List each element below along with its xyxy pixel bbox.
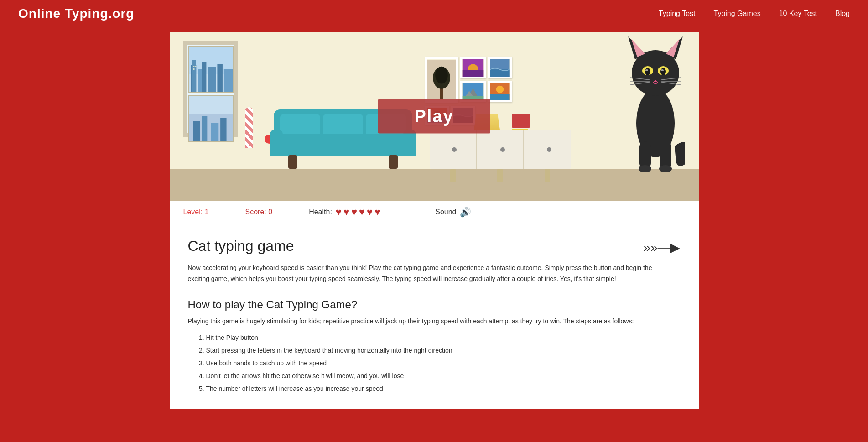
svg-rect-17 (220, 118, 226, 141)
svg-point-61 (659, 165, 672, 172)
header: Online Typing.org Typing Test Typing Gam… (0, 0, 868, 27)
health-section: Health: ♥ ♥ ♥ ♥ ♥ ♥ (309, 206, 380, 218)
svg-rect-58 (639, 141, 651, 169)
score-display: Score: 0 (245, 208, 273, 216)
knob-2 (500, 147, 505, 152)
books-decor (512, 114, 530, 132)
tv-stand-top (430, 130, 571, 169)
picture-sunset (460, 57, 486, 78)
svg-rect-5 (202, 62, 206, 92)
svg-point-50 (661, 69, 664, 71)
heart-5: ♥ (367, 206, 373, 218)
page-title: Cat typing game (188, 238, 294, 255)
divider-2 (523, 130, 524, 169)
knob-1 (452, 147, 457, 152)
window-pane-bottom (188, 95, 234, 142)
sofa-arm-right (403, 130, 416, 156)
picture-tree (425, 57, 458, 103)
nav-blog[interactable]: Blog (835, 10, 850, 18)
svg-point-21 (435, 67, 448, 84)
health-label: Health: (309, 208, 332, 216)
sofa-arm-left (270, 130, 283, 156)
sound-icon[interactable]: 🔊 (460, 207, 471, 218)
level-display: Level: 1 (183, 208, 209, 216)
content-area: Cat typing game »»—▶ Now accelerating yo… (170, 224, 699, 409)
svg-rect-9 (193, 66, 194, 67)
book-stack (512, 114, 530, 128)
step-3: Use both hands to catch up with the spee… (206, 357, 681, 369)
tv-stand (430, 130, 571, 169)
sound-section: Sound 🔊 (435, 207, 471, 218)
svg-rect-7 (217, 64, 223, 92)
window (183, 41, 238, 137)
step-5: The number of letters will increase as y… (206, 382, 681, 395)
svg-point-60 (639, 165, 651, 172)
hearts-display: ♥ ♥ ♥ ♥ ♥ ♥ (336, 206, 380, 218)
leg-1 (450, 169, 456, 182)
divider-1 (476, 130, 477, 169)
steps-list: Hit the Play button Start pressing the l… (206, 331, 681, 395)
logo[interactable]: Online Typing.org (18, 6, 134, 21)
svg-rect-8 (223, 69, 232, 92)
play-button[interactable]: Play (378, 99, 490, 134)
heart-2: ♥ (343, 206, 349, 218)
how-to-title: How to play the Cat Typing Game? (188, 298, 681, 311)
sofa-seat (270, 134, 416, 156)
nav-10-key-test[interactable]: 10 Key Test (779, 10, 817, 18)
svg-rect-16 (211, 123, 218, 141)
svg-rect-14 (193, 121, 199, 141)
svg-point-49 (645, 69, 648, 71)
svg-rect-15 (202, 116, 207, 141)
sofa-leg-left (288, 155, 297, 169)
candy-cane (245, 107, 253, 148)
cat-illustration (626, 32, 685, 173)
svg-point-47 (645, 68, 650, 75)
main-nav: Typing Test Typing Games 10 Key Test Blo… (659, 10, 850, 18)
svg-rect-11 (193, 68, 194, 70)
heart-6: ♥ (374, 206, 380, 218)
knob-3 (547, 147, 551, 152)
nav-typing-test[interactable]: Typing Test (659, 10, 696, 18)
svg-rect-6 (208, 67, 216, 92)
svg-rect-59 (660, 141, 671, 169)
svg-rect-24 (462, 70, 483, 77)
game-area: Play (170, 32, 699, 201)
picture-beach (488, 81, 512, 102)
svg-rect-32 (490, 94, 509, 100)
step-4: Don't let the arrows hit the cat otherwi… (206, 369, 681, 382)
stand-legs (430, 169, 571, 182)
intro-paragraph: Now accelerating your keyboard speed is … (188, 263, 667, 285)
svg-rect-3 (192, 60, 196, 92)
svg-point-48 (660, 68, 666, 75)
main-wrapper: Play Level: 1 Score: 0 Health: ♥ ♥ ♥ ♥ ♥… (170, 32, 699, 409)
leg-3 (545, 169, 550, 182)
heart-1: ♥ (336, 206, 342, 218)
nav-typing-games[interactable]: Typing Games (714, 10, 761, 18)
window-pane-top (188, 46, 234, 93)
heart-4: ♥ (359, 206, 365, 218)
level-label: Level: (183, 208, 205, 216)
step-2: Start pressing the letters in the keyboa… (206, 344, 681, 357)
sofa-leg-right (389, 155, 398, 169)
level-value: 1 (205, 208, 209, 216)
instructions-intro: Playing this game is hugely stimulating … (188, 317, 681, 325)
next-arrow[interactable]: »»—▶ (643, 240, 680, 255)
heart-3: ♥ (351, 206, 357, 218)
step-1: Hit the Play button (206, 331, 681, 344)
picture-water (488, 57, 512, 78)
leg-2 (497, 169, 503, 182)
svg-point-33 (496, 86, 504, 94)
svg-rect-10 (195, 66, 196, 67)
sound-label: Sound (435, 208, 456, 216)
status-bar: Level: 1 Score: 0 Health: ♥ ♥ ♥ ♥ ♥ ♥ So… (170, 201, 699, 224)
